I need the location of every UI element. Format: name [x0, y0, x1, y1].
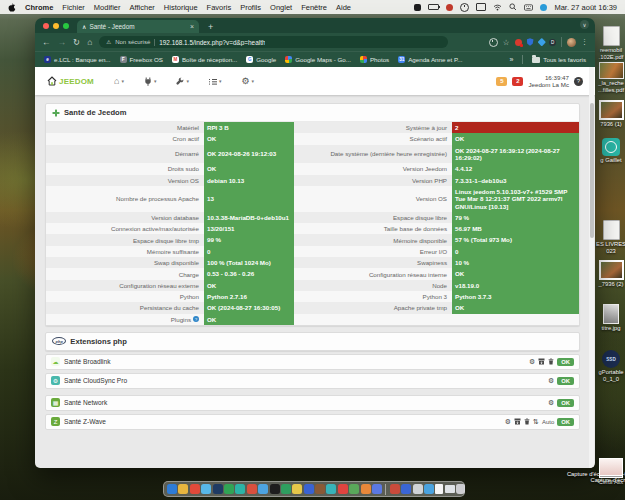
dock-app-icon[interactable] — [178, 484, 188, 494]
back-button[interactable]: ← — [42, 38, 51, 47]
profile-avatar[interactable] — [567, 38, 576, 47]
bookmark-item[interactable]: 31 Agenda Anne et P... — [398, 56, 462, 63]
tab-search-chevron-icon[interactable]: ∨ — [580, 20, 589, 29]
wifi-icon[interactable] — [493, 4, 502, 11]
dock-app-icon[interactable] — [213, 484, 223, 494]
display-icon[interactable] — [476, 3, 486, 11]
chrome-menu-icon[interactable]: ⋮ — [581, 38, 588, 46]
forward-button[interactable]: → — [58, 38, 67, 47]
trash-icon[interactable] — [456, 484, 465, 494]
menubar-item[interactable]: Profils — [240, 3, 261, 12]
bookmark-star-icon[interactable]: ☆ — [503, 38, 510, 47]
dock-minimized-window[interactable] — [401, 484, 411, 494]
plugin-health-row[interactable]: ☁ Santé Broadlink ⚙ ⇅ OK — [45, 354, 580, 370]
extension-bolt-icon[interactable] — [537, 38, 545, 46]
scrollbar-thumb[interactable] — [590, 103, 594, 238]
help-icon[interactable]: ? — [574, 77, 583, 86]
plugin-health-row[interactable]: ▦ Santé Network ⚙ ⇅ OK — [45, 395, 580, 411]
menubar-clock[interactable]: Mar. 27 août 16:39 — [554, 3, 617, 12]
keyboard-input-icon[interactable] — [524, 4, 533, 11]
plugin-trash-icon[interactable] — [548, 358, 554, 365]
bookmark-item[interactable]: F Freebox OS — [120, 56, 163, 63]
reading-list-icon[interactable] — [489, 38, 498, 47]
plugin-sort-icon[interactable]: ⇅ — [533, 418, 539, 425]
desktop-icon[interactable]: SSD gPortable 0_1_0 — [591, 350, 625, 383]
clock-status-icon[interactable] — [460, 3, 469, 12]
apple-menu-icon[interactable] — [8, 3, 16, 12]
red-app-status-icon[interactable] — [446, 4, 453, 11]
desktop-icon[interactable]: _7936 (2) — [591, 260, 625, 288]
dock-app-icon[interactable] — [361, 484, 371, 494]
dock-app-icon[interactable] — [304, 484, 314, 494]
desktop-icon[interactable]: _la_reche ...filles.pdf — [591, 62, 625, 94]
dock-app-icon[interactable] — [201, 484, 211, 494]
dock-minimized-window[interactable] — [390, 484, 400, 494]
dock-app-icon[interactable] — [270, 484, 280, 494]
desktop-icon[interactable]: reemobil .102E.pdf — [591, 26, 625, 61]
error-count-badge[interactable]: 2 — [512, 77, 523, 86]
plugin-settings-icon[interactable]: ⚙ — [529, 358, 535, 365]
menubar-item[interactable]: Chrome — [25, 3, 53, 12]
extension-adblock-icon[interactable] — [515, 39, 522, 46]
dock-app-icon[interactable] — [372, 484, 382, 494]
menubar-item[interactable]: Fichier — [62, 3, 85, 12]
dock-app-icon[interactable] — [190, 484, 200, 494]
bookmark-item[interactable]: Photos — [360, 56, 389, 63]
menu-settings[interactable]: ⚙ ▾ — [242, 77, 255, 86]
reload-button[interactable]: ↻ — [73, 38, 80, 47]
dock-app-icon[interactable] — [326, 484, 336, 494]
search-icon[interactable] — [509, 3, 517, 11]
dock-app-icon[interactable] — [224, 484, 234, 494]
menubar-item[interactable]: Afficher — [130, 3, 155, 12]
plugin-settings-icon[interactable]: ⚙ — [548, 377, 554, 384]
plugin-trash-icon[interactable] — [524, 418, 530, 425]
home-button[interactable]: ⌂ — [87, 38, 92, 47]
bookmark-item[interactable]: G Google — [246, 56, 276, 63]
desktop-icon[interactable]: Capture d'écran — [591, 458, 625, 484]
menubar-item[interactable]: Onglet — [270, 3, 292, 12]
dock-app-icon[interactable] — [167, 484, 177, 494]
menu-home[interactable]: ⌂ ▾ — [114, 77, 124, 86]
warning-count-badge[interactable]: 5 — [496, 77, 507, 86]
menu-analysis[interactable]: ▾ — [209, 78, 222, 85]
dock-app-icon[interactable] — [258, 484, 268, 494]
battery-icon[interactable] — [428, 4, 439, 11]
dock-app-icon[interactable] — [281, 484, 291, 494]
close-window-button[interactable] — [43, 23, 49, 29]
control-center-icon[interactable] — [540, 4, 547, 11]
dock-app-icon[interactable] — [247, 484, 257, 494]
desktop-icon[interactable]: 7936 (1) — [591, 100, 625, 128]
dock-app-icon[interactable] — [338, 484, 348, 494]
tab-close-icon[interactable]: × — [190, 23, 194, 30]
plugin-archive-icon[interactable] — [514, 418, 521, 425]
menubar-item[interactable]: Historique — [164, 3, 198, 12]
menubar-item[interactable]: Modifier — [94, 3, 121, 12]
desktop-icon[interactable]: titre.jpg — [591, 304, 625, 332]
dock-app-icon[interactable] — [349, 484, 359, 494]
menu-plugins[interactable]: ▾ — [144, 77, 157, 86]
bookmark-item[interactable]: e e.LCL : Banque en... — [44, 56, 111, 63]
plugin-settings-icon[interactable]: ⚙ — [505, 418, 511, 425]
desktop-icon[interactable]: g Gaillet — [591, 138, 625, 164]
tab-sante-jeedom[interactable]: ∧ Santé - Jeedom × — [77, 20, 199, 33]
dock-app-icon[interactable] — [315, 484, 325, 494]
new-tab-button[interactable]: + — [208, 22, 213, 32]
address-bar[interactable]: ⚠ Non sécurisé 192.168.1.5/index.php?v=d… — [99, 36, 448, 48]
bookmarks-overflow-icon[interactable]: » — [509, 56, 513, 63]
menubar-item[interactable]: Fenêtre — [301, 3, 327, 12]
dock-document-icon[interactable] — [435, 484, 443, 494]
bookmark-item[interactable]: Google Maps - Go... — [285, 56, 351, 63]
desktop-icon[interactable]: ES LIVRES 023 — [591, 220, 625, 255]
jeedom-logo[interactable]: JEEDOM — [47, 76, 94, 86]
page-scrollbar[interactable] — [589, 67, 594, 468]
extension-dark-icon[interactable]: D — [549, 39, 556, 46]
jeedom-clock-profile[interactable]: 16:39:47 Jeedom La Mc — [528, 74, 569, 89]
minimize-window-button[interactable] — [53, 23, 59, 29]
menu-tools[interactable]: ▾ — [176, 77, 189, 85]
dock-folder-icon[interactable] — [445, 485, 455, 493]
plugin-settings-icon[interactable]: ⚙ — [548, 399, 554, 406]
plugin-health-row[interactable]: Z Santé Z-Wave ⚙ ⇅ Auto OK — [45, 414, 580, 430]
all-favorites-button[interactable]: Tous les favoris — [532, 56, 586, 63]
menubar-item[interactable]: Favoris — [207, 3, 232, 12]
plugin-archive-icon[interactable] — [538, 358, 545, 365]
